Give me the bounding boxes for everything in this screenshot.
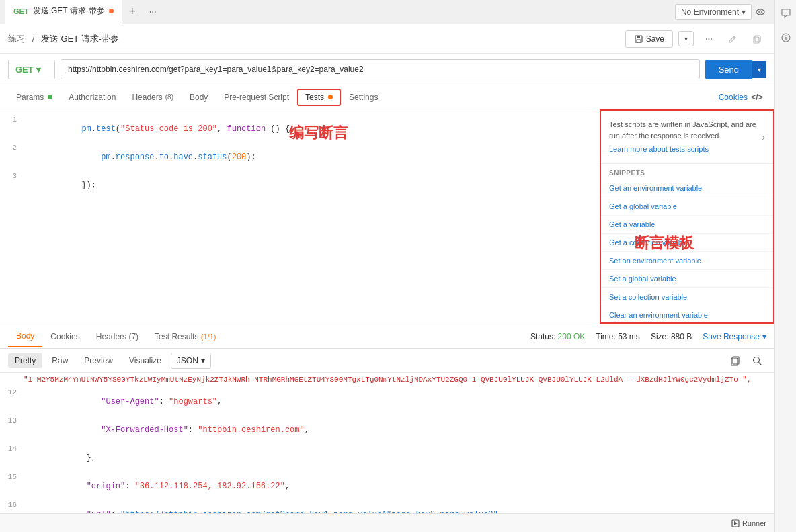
snippets-info: Test scripts are written in JavaScript, …: [601, 111, 773, 164]
format-preview[interactable]: Preview: [77, 353, 120, 368]
header-more-button[interactable]: ···: [699, 30, 718, 48]
url-input[interactable]: [61, 59, 700, 79]
tab-body[interactable]: Body: [182, 87, 216, 107]
tab-tests[interactable]: Tests: [297, 89, 341, 106]
tests-label: Tests: [305, 93, 324, 102]
format-pretty[interactable]: Pretty: [8, 353, 42, 368]
request-tabs: Params Authorization Headers (8) Body Pr…: [0, 85, 774, 109]
environment-select[interactable]: No Environment ▾: [675, 4, 752, 20]
snippets-section-label: SNIPPETS: [601, 164, 773, 179]
edit-button[interactable]: [723, 30, 742, 48]
resp-truncated-content: "1-M2Y5MzM4YmUtNWY5YS00YTkzLWIyMmUtNzEyN…: [24, 375, 774, 384]
search-response-button[interactable]: [748, 351, 766, 370]
resp-tab-body[interactable]: Body: [8, 326, 42, 347]
body-label: Body: [190, 93, 208, 102]
format-type-label: JSON: [177, 356, 198, 365]
snippet-get-env-var[interactable]: Get an environment variable: [601, 179, 773, 197]
code-editor[interactable]: 1 pm.test("Status code is 200", function…: [0, 109, 600, 324]
copy-response-button[interactable]: [726, 351, 745, 370]
format-raw[interactable]: Raw: [45, 353, 75, 368]
new-tab-button[interactable]: +: [122, 2, 143, 22]
response-area: Body Cookies Headers (7) Test Results (1…: [0, 324, 774, 513]
sidebar-info-icon[interactable]: [778, 30, 794, 46]
format-visualize[interactable]: Visualize: [122, 353, 168, 368]
tab-more-button[interactable]: ···: [143, 2, 163, 22]
snippets-learn-more-link[interactable]: Learn more about tests scripts: [609, 144, 765, 155]
method-label: GET: [15, 64, 34, 75]
line-number: 3: [0, 171, 24, 180]
resp-tab-headers[interactable]: Headers (7): [88, 326, 147, 347]
environment-label: No Environment: [681, 7, 739, 17]
resp-headers-count: (7): [128, 332, 138, 341]
snippet-set-env-var[interactable]: Set an environment variable: [601, 252, 773, 270]
send-main-button[interactable]: Send: [705, 60, 752, 79]
svg-point-0: [756, 9, 764, 15]
line-number-16: 16: [0, 500, 24, 509]
cookies-link[interactable]: Cookies: [719, 93, 748, 102]
sidebar-comment-icon[interactable]: [778, 5, 794, 21]
code-icon-button[interactable]: </>: [748, 88, 766, 107]
resp-line-16: 16 "url": "https://httpbin.ceshiren.com/…: [0, 500, 774, 513]
svg-line-10: [759, 362, 762, 365]
svg-rect-6: [754, 37, 759, 43]
resp-line-14-code: },: [24, 444, 774, 472]
headers-label: Headers: [132, 93, 162, 102]
time-value: 53 ms: [618, 332, 640, 341]
response-body: "1-M2Y5MzM4YmUtNWY5YS00YTkzLWIyMmUtNzEyN…: [0, 373, 774, 513]
snippet-set-collection-var[interactable]: Set a collection variable: [601, 288, 773, 306]
format-type-select[interactable]: JSON ▾: [171, 353, 211, 369]
snippet-get-global-var[interactable]: Get a global variable: [601, 197, 773, 216]
status-ok: 200 OK: [558, 332, 586, 341]
line-code: pm.response.to.have.status(200);: [24, 143, 600, 171]
tests-dot: [328, 95, 333, 99]
svg-point-9: [754, 357, 760, 363]
resp-line-12-code: "User-Agent": "hogwarts",: [24, 388, 774, 416]
snippet-get-var[interactable]: Get a variable: [601, 216, 773, 234]
resp-line-13: 13 "X-Forwarded-Host": "httpbin.ceshiren…: [0, 416, 774, 444]
tab-settings[interactable]: Settings: [341, 87, 386, 107]
snippet-set-global-var[interactable]: Set a global variable: [601, 270, 773, 288]
params-label: Params: [16, 93, 44, 102]
resp-tab-cookies[interactable]: Cookies: [42, 326, 87, 347]
runner-label: Runner: [742, 519, 766, 527]
save-button[interactable]: Save: [625, 30, 673, 48]
resp-tab-test-results[interactable]: Test Results (1/1): [147, 326, 224, 347]
code-line-2: 2 pm.response.to.have.status(200);: [0, 143, 600, 171]
prerequest-label: Pre-request Script: [224, 93, 289, 102]
save-dropdown-button[interactable]: ▾: [678, 31, 694, 46]
test-results-badge: (1/1): [201, 332, 216, 341]
breadcrumb: 练习 / 发送 GET 请求-带参: [8, 33, 625, 45]
snippet-clear-env-var[interactable]: Clear an environment variable: [601, 306, 773, 324]
active-tab[interactable]: GET 发送 GET 请求-带参: [5, 0, 122, 24]
chevron-down-icon: ▾: [742, 7, 746, 17]
runner-button[interactable]: Runner: [731, 519, 766, 527]
environment-eye-button[interactable]: [752, 3, 769, 21]
line-number: 2: [0, 143, 24, 152]
format-bar: Pretty Raw Preview Visualize JSON ▾: [0, 349, 774, 373]
tab-prerequest[interactable]: Pre-request Script: [216, 87, 297, 107]
svg-point-14: [785, 35, 787, 36]
bottom-bar: Runner: [0, 513, 774, 532]
response-status-area: Status: 200 OK Time: 53 ms Size: 880 B S…: [530, 332, 766, 341]
format-chevron-icon: ▾: [201, 356, 205, 365]
save-response-button[interactable]: Save Response ▾: [703, 332, 766, 341]
send-dropdown-button[interactable]: ▾: [752, 61, 766, 78]
response-tabs: Body Cookies Headers (7) Test Results (1…: [0, 324, 774, 349]
resp-truncated-line: "1-M2Y5MzM4YmUtNWY5YS00YTkzLWIyMmUtNzEyN…: [0, 375, 774, 388]
resp-line-16-code: "url": "https://httpbin.ceshiren.com/get…: [24, 500, 774, 513]
copy-button[interactable]: [748, 30, 766, 48]
header-bar: 练习 / 发送 GET 请求-带参 Save ▾ ···: [0, 24, 774, 54]
tab-modified-dot: [109, 9, 114, 13]
line-number: 1: [0, 115, 24, 124]
tab-params[interactable]: Params: [8, 87, 61, 107]
method-select[interactable]: GET ▾: [8, 60, 55, 79]
tab-title: 发送 GET 请求-带参: [33, 5, 105, 17]
right-sidebar: [774, 0, 796, 532]
url-bar: GET ▾ Send ▾: [0, 54, 774, 85]
resp-line-14: 14 },: [0, 444, 774, 472]
tab-headers[interactable]: Headers (8): [124, 87, 182, 107]
save-response-chevron-icon: ▾: [762, 332, 766, 341]
snippets-info-text: Test scripts are written in JavaScript, …: [609, 120, 756, 140]
tab-authorization[interactable]: Authorization: [61, 87, 124, 107]
save-label: Save: [646, 34, 664, 44]
